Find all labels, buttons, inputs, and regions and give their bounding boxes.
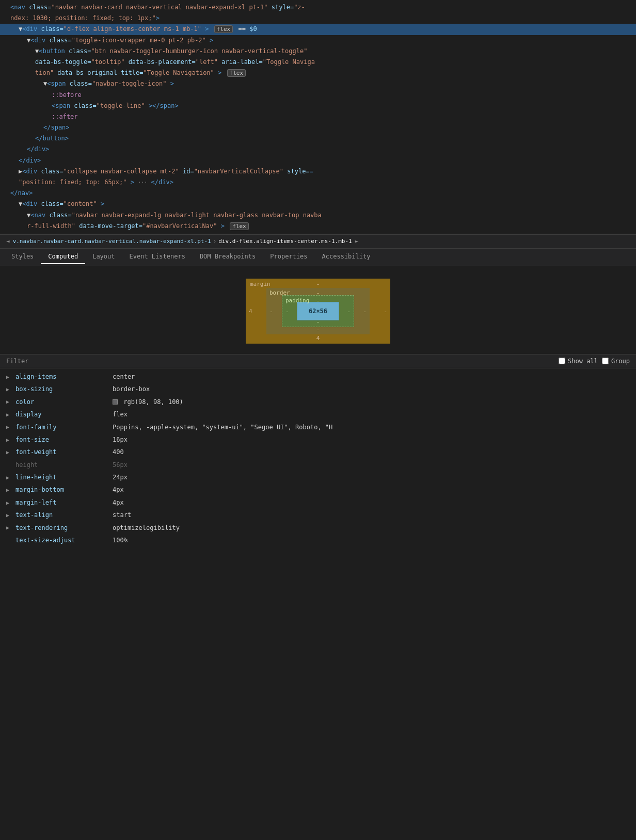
border-right-val: -: [363, 308, 367, 314]
dom-line[interactable]: data-bs-toggle="tooltip" data-bs-placeme…: [0, 57, 636, 68]
show-all-label: Show all: [568, 358, 598, 365]
breadcrumb-separator: ›: [213, 238, 217, 245]
prop-name-color: color: [15, 397, 108, 407]
prop-arrow[interactable]: ▶: [6, 423, 11, 431]
box-model: margin - 4 - border - - - padding - - -: [246, 279, 390, 344]
prop-arrow[interactable]: ▶: [6, 486, 11, 494]
breadcrumb-item-1[interactable]: v.navbar.navbar-card.navbar-vertical.nav…: [13, 238, 211, 245]
dom-nav-tag: <nav class="navbar navbar-card navbar-ve…: [10, 4, 305, 11]
prop-name-display: display: [15, 409, 108, 419]
breadcrumb-next[interactable]: ►: [353, 238, 361, 245]
prop-row-font-weight: ▶ font-weight 400: [0, 446, 636, 458]
breadcrumb-item-2[interactable]: div.d-flex.align-items-center.ms-1.mb-1: [218, 238, 352, 245]
prop-name-text-rendering: text-rendering: [15, 523, 108, 533]
prop-row-line-height: ▶ line-height 24px: [0, 471, 636, 483]
prop-name-text-align: text-align: [15, 510, 108, 520]
prop-row-margin-left: ▶ margin-left 4px: [0, 496, 636, 509]
group-checkbox[interactable]: [602, 358, 609, 364]
dom-nav-style: ndex: 1030; position: fixed; top: 1px;">: [10, 14, 160, 22]
prop-row-margin-bottom: ▶ margin-bottom 4px: [0, 483, 636, 496]
tab-accessibility[interactable]: Accessibility: [315, 250, 378, 264]
prop-arrow[interactable]: ▶: [6, 373, 11, 381]
dom-line[interactable]: ▼<div class="content" >: [0, 199, 636, 209]
margin-bottom-val: 4: [316, 335, 320, 342]
prop-arrow[interactable]: ▶: [6, 511, 11, 520]
prop-value-margin-left: 4px: [113, 497, 630, 508]
navbar-top1: ▼<nav class="navbar navbar-expand-lg nav…: [27, 212, 322, 219]
prop-value-display: flex: [113, 409, 630, 419]
tab-event-listeners[interactable]: Event Listeners: [122, 250, 193, 264]
dom-line[interactable]: ▼<span class="navbar-toggle-icon" >: [0, 78, 636, 89]
padding-bottom: -: [316, 318, 320, 325]
tab-layout[interactable]: Layout: [85, 250, 122, 264]
dom-line[interactable]: </div>: [0, 155, 636, 166]
tab-properties[interactable]: Properties: [263, 250, 314, 264]
tab-styles[interactable]: Styles: [4, 250, 41, 264]
dom-line[interactable]: ::before: [0, 90, 636, 101]
dom-line[interactable]: tion" data-bs-original-title="Toggle Nav…: [0, 68, 636, 78]
dom-line[interactable]: </button>: [0, 133, 636, 144]
margin-left-val: 4: [249, 308, 252, 314]
dom-line[interactable]: ▼<div class="toggle-icon-wrapper me-0 pt…: [0, 35, 636, 46]
border-bottom: -: [316, 326, 320, 333]
dom-line[interactable]: </nav>: [0, 188, 636, 199]
prop-name-margin-left: margin-left: [15, 497, 108, 508]
prop-arrow[interactable]: ▶: [6, 410, 11, 419]
tab-computed[interactable]: Computed: [41, 250, 85, 264]
dom-line[interactable]: <span class="toggle-line" ></span>: [0, 101, 636, 111]
prop-value-font-family: Poppins, -apple-system, "system-ui", "Se…: [113, 422, 630, 432]
dom-line[interactable]: "position: fixed; top: 65px;" > ··· </di…: [0, 177, 636, 188]
prop-arrow[interactable]: ▶: [6, 523, 11, 532]
span-close: </span>: [43, 124, 70, 131]
dom-line[interactable]: ::after: [0, 111, 636, 122]
dom-line[interactable]: ▼<button class="btn navbar-toggler-humbu…: [0, 46, 636, 57]
prop-name-font-weight: font-weight: [15, 447, 108, 457]
prop-arrow[interactable]: ▶: [6, 473, 11, 482]
breadcrumb-prev[interactable]: ◄: [4, 238, 12, 245]
tab-dom-breakpoints[interactable]: DOM Breakpoints: [193, 250, 263, 264]
color-swatch[interactable]: [113, 399, 118, 405]
toggle-line-span: <span class="toggle-line" ></span>: [52, 102, 179, 109]
prop-arrow[interactable]: ▶: [6, 448, 11, 457]
dom-line[interactable]: ndex: 1030; position: fixed; top: 1px;">: [0, 13, 636, 24]
dom-line[interactable]: ▶<div class="collapse navbar-collapse mt…: [0, 166, 636, 177]
prop-arrow[interactable]: ▶: [6, 397, 11, 406]
outer-div-close: </div>: [19, 157, 41, 164]
navbar-top2: r-full-width" data-move-target="#navbarV…: [27, 222, 250, 230]
prop-row-text-align: ▶ text-align start: [0, 509, 636, 521]
prop-arrow[interactable]: ▶: [6, 385, 11, 394]
show-all-checkbox[interactable]: [559, 358, 565, 364]
dom-line[interactable]: </span>: [0, 122, 636, 133]
dom-line-selected[interactable]: ▼<div class="d-flex align-items-center m…: [0, 24, 636, 35]
prop-row-color: ▶ color rgb(98, 98, 100): [0, 396, 636, 408]
computed-panel: margin - 4 - border - - - padding - - -: [0, 266, 636, 548]
css-properties-list: ▶ align-items center ▶ box-sizing border…: [0, 368, 636, 548]
dom-line[interactable]: <nav class="navbar navbar-card navbar-ve…: [0, 2, 636, 13]
prop-value-text-align: start: [113, 510, 630, 520]
padding-top: -: [316, 297, 320, 304]
prop-value-font-size: 16px: [113, 434, 630, 445]
prop-value-text-rendering: optimizelegibility: [113, 523, 630, 533]
nav-close: </nav>: [10, 189, 33, 197]
prop-name-text-size-adjust: text-size-adjust: [15, 535, 108, 545]
prop-name-align-items: align-items: [15, 371, 108, 382]
toggle-wrapper-close: </div>: [27, 146, 49, 153]
prop-arrow[interactable]: ▶: [6, 435, 11, 444]
button-tag: ▼<button class="btn navbar-toggler-humbu…: [35, 47, 307, 55]
margin-right-val: -: [384, 308, 387, 314]
filter-bar: Filter Show all Group: [0, 354, 636, 368]
selected-tag: ▼<div class="d-flex align-items-center m…: [19, 25, 257, 33]
prop-value-font-weight: 400: [113, 447, 630, 457]
filter-label: Filter: [6, 358, 28, 365]
dom-line[interactable]: r-full-width" data-move-target="#navbarV…: [0, 221, 636, 232]
prop-name-margin-bottom: margin-bottom: [15, 484, 108, 495]
dom-line[interactable]: </div>: [0, 144, 636, 155]
prop-row-font-size: ▶ font-size 16px: [0, 433, 636, 446]
padding-label: padding: [285, 297, 309, 304]
prop-name-font-size: font-size: [15, 434, 108, 445]
margin-label: margin: [250, 281, 271, 287]
prop-arrow[interactable]: ▶: [6, 498, 11, 507]
prop-arrow-empty: ▶: [6, 460, 11, 469]
dom-line[interactable]: ▼<nav class="navbar navbar-expand-lg nav…: [0, 210, 636, 221]
toggle-icon-span: ▼<span class="navbar-toggle-icon" >: [43, 80, 174, 87]
